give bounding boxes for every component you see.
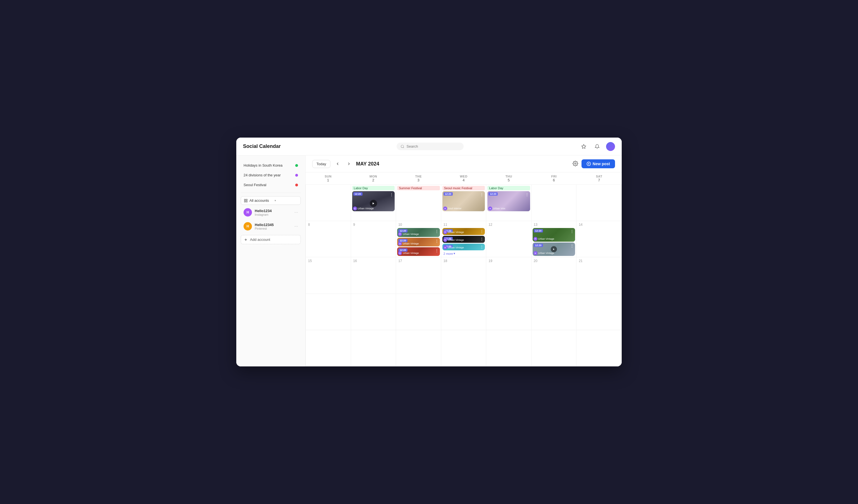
header: Social Calendar bbox=[236, 137, 622, 156]
event-labor-day-mon[interactable]: Labor Day bbox=[352, 186, 395, 190]
sidebar-item-divisions[interactable]: 24 divisions of the year bbox=[241, 171, 301, 179]
today-button[interactable]: Today bbox=[312, 160, 330, 168]
post-card-the10-3[interactable]: 12:20 ⋮ H Urban Vintage bbox=[397, 247, 440, 256]
cell-empty-r5c1 bbox=[306, 330, 351, 367]
col-wed: WED 4 bbox=[441, 173, 486, 184]
holidays-dot bbox=[295, 164, 298, 167]
cell-empty-r4c3 bbox=[396, 294, 441, 330]
star-button[interactable] bbox=[579, 142, 588, 151]
svg-rect-4 bbox=[246, 199, 247, 200]
search-bar bbox=[397, 143, 464, 150]
cell-thu-5: Labor Day 12:20 ⋮ H Urban Voix bbox=[486, 185, 531, 221]
cell-fri-20: 20 bbox=[531, 257, 577, 294]
col-sat: SAT 7 bbox=[576, 173, 622, 184]
chevron-down-icon: ▾ bbox=[274, 199, 298, 202]
post-card-thu5[interactable]: 12:20 ⋮ H Urban Voix bbox=[487, 191, 530, 211]
cell-the-10: 10 12:20 ⋮ H Urban Vintage bbox=[396, 221, 441, 257]
post-card-mon2[interactable]: 12:20 ⋮ H Urban Vintage bbox=[352, 191, 395, 211]
svg-rect-3 bbox=[244, 199, 245, 200]
cell-empty-r5c5 bbox=[486, 330, 531, 367]
cell-thu-19: 19 bbox=[486, 257, 531, 294]
post-card-wed11-2[interactable]: 12:20 ⋮ H Urban Vintage bbox=[442, 236, 485, 243]
cell-empty-r4c7 bbox=[576, 294, 622, 330]
account-more-hello1234[interactable]: ··· bbox=[295, 210, 298, 215]
cell-empty-r5c6 bbox=[531, 330, 577, 367]
avatar[interactable] bbox=[606, 142, 615, 151]
cell-thu-12: 12 bbox=[486, 221, 531, 257]
plus-circle-icon bbox=[587, 162, 591, 166]
month-title: MAY 2024 bbox=[356, 161, 569, 167]
account-info-hello12345: Hello12345 Pinterest bbox=[255, 223, 291, 230]
cell-sat-21: 21 bbox=[576, 257, 622, 294]
cell-empty-r5c7 bbox=[576, 330, 622, 367]
account-avatar-hello12345: H bbox=[243, 222, 252, 230]
new-post-label: New post bbox=[593, 162, 610, 166]
gear-icon bbox=[573, 161, 578, 166]
cell-wed-4: Seoul music Festival 12:20 ⋮ H Soul Inte… bbox=[441, 185, 487, 221]
post-card-fri13-1[interactable]: 12:20 ⋮ H Urban Vintage bbox=[533, 228, 575, 242]
post-card-fri13-2[interactable]: 12:20 ⋮ H Urban Vintage bbox=[533, 243, 575, 256]
cell-sat-7 bbox=[576, 185, 622, 221]
svg-point-0 bbox=[401, 145, 403, 147]
accounts-dropdown[interactable]: All accounts ▾ bbox=[241, 196, 301, 205]
cell-mon-9: 9 bbox=[351, 221, 396, 257]
app-container: Social Calendar Holi bbox=[236, 137, 622, 367]
event-seoul-music[interactable]: Seoul music Festival bbox=[442, 186, 485, 190]
calendar-header: SUN 1 MON 2 THE 3 WED 4 bbox=[305, 173, 622, 185]
cell-mon-2: Labor Day 12:20 ⋮ H Urban Vintage bbox=[351, 185, 396, 221]
col-thu: THU 5 bbox=[486, 173, 531, 184]
cell-empty-r5c3 bbox=[396, 330, 441, 367]
sidebar-item-festival[interactable]: Seoul Festival bbox=[241, 181, 301, 189]
plus-icon bbox=[244, 238, 248, 242]
chevron-right-icon bbox=[347, 162, 351, 166]
calendar-grid: Labor Day 12:20 ⋮ H Urban Vintage bbox=[305, 185, 622, 367]
prev-month-button[interactable] bbox=[334, 160, 341, 168]
add-account-button[interactable]: Add account bbox=[241, 235, 301, 244]
cell-mon-16: 16 bbox=[351, 257, 396, 294]
star-icon bbox=[581, 144, 586, 149]
col-the: THE 3 bbox=[396, 173, 441, 184]
search-input[interactable] bbox=[407, 144, 460, 148]
header-actions bbox=[579, 142, 615, 151]
cell-empty-r4c4 bbox=[441, 294, 487, 330]
svg-marker-2 bbox=[582, 144, 586, 148]
next-month-button[interactable] bbox=[345, 160, 353, 168]
calendar: SUN 1 MON 2 THE 3 WED 4 bbox=[305, 173, 622, 367]
post-card-wed4[interactable]: 12:20 ⋮ H Soul Interior bbox=[442, 191, 485, 211]
cell-fri-6 bbox=[531, 185, 577, 221]
svg-marker-13 bbox=[372, 202, 374, 205]
cell-fri-13: 13 12:20 ⋮ H Urban Vintage bbox=[531, 221, 577, 257]
sidebar-divider bbox=[241, 193, 301, 193]
cell-empty-r5c2 bbox=[351, 330, 396, 367]
toolbar: Today MAY 2024 bbox=[305, 156, 622, 173]
event-summer-festival[interactable]: Summer Festival bbox=[397, 186, 440, 190]
col-sun: SUN 1 bbox=[305, 173, 351, 184]
main: Today MAY 2024 bbox=[305, 156, 622, 367]
svg-marker-14 bbox=[553, 248, 555, 250]
account-item-hello1234[interactable]: H Hello1234 Instagram ··· bbox=[241, 206, 301, 219]
svg-rect-5 bbox=[244, 201, 245, 202]
cell-sun-15: 15 bbox=[306, 257, 351, 294]
post-card-the10-1[interactable]: 12:20 ⋮ H Urban Vintage bbox=[397, 228, 440, 237]
notification-button[interactable] bbox=[593, 142, 602, 151]
search-icon bbox=[400, 145, 404, 148]
app-title: Social Calendar bbox=[243, 144, 281, 149]
account-info-hello1234: Hello1234 Instagram bbox=[255, 209, 291, 216]
sidebar: Holidays in South Korea 24 divisions of … bbox=[236, 156, 305, 367]
account-more-hello12345[interactable]: ··· bbox=[295, 224, 298, 229]
cell-the-3: Summer Festival bbox=[396, 185, 441, 221]
settings-button[interactable] bbox=[573, 161, 578, 167]
cell-empty-r4c2 bbox=[351, 294, 396, 330]
col-mon: MON 2 bbox=[351, 173, 396, 184]
sidebar-item-holidays[interactable]: Holidays in South Korea bbox=[241, 161, 301, 170]
post-card-wed11-1[interactable]: 12:20 ⋮ H Urban Vintage bbox=[442, 228, 485, 235]
event-labor-day-thu[interactable]: Labor Day bbox=[487, 186, 530, 190]
more-posts-label[interactable]: 2 more ▾ bbox=[442, 251, 485, 256]
cell-empty-r4c6 bbox=[531, 294, 577, 330]
new-post-button[interactable]: New post bbox=[582, 159, 615, 168]
post-card-the10-2[interactable]: 12:20 ⋮ H Urban Vintage bbox=[397, 238, 440, 246]
cell-the-17: 17 bbox=[396, 257, 441, 294]
account-avatar-hello1234: H bbox=[243, 208, 252, 216]
account-item-hello12345[interactable]: H Hello12345 Pinterest ··· bbox=[241, 220, 301, 233]
post-card-wed11-3[interactable]: 12:20 ⋮ H Urban Vintage bbox=[442, 244, 485, 250]
